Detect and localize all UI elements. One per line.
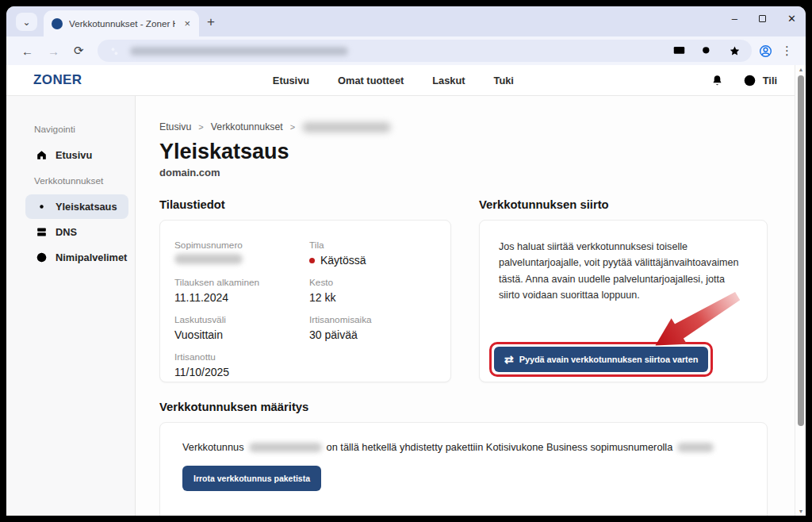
sidebar-group-verkkotunnukset: Verkkotunnukset	[6, 168, 135, 194]
breadcrumb-home[interactable]: Etusivu	[159, 121, 191, 132]
field-laskutusvali: Laskutusväli Vuosittain	[174, 314, 309, 344]
status-value: Käytössä	[309, 254, 435, 267]
sidebar-item-dns[interactable]: DNS	[25, 220, 128, 244]
nav-laskut[interactable]: Laskut	[432, 75, 465, 86]
user-circle-icon	[742, 73, 757, 88]
sidebar-item-label: Etusivu	[56, 149, 92, 161]
bell-icon[interactable]	[710, 73, 725, 88]
zoner-logo[interactable]: ZONER	[33, 72, 82, 88]
field-kesto: Kesto 12 kk	[309, 277, 435, 307]
nav-tuki[interactable]: Tuki	[494, 75, 514, 86]
tab-favicon	[52, 18, 63, 29]
assignment-heading: Verkkotunnuksen määritys	[159, 401, 768, 413]
sidebar-item-yleiskatsaus[interactable]: Yleiskatsaus	[25, 194, 128, 219]
sidebar-item-nimipalvelimet[interactable]: Nimipalvelimet	[25, 245, 128, 270]
sopimusnumero-value-blurred	[174, 254, 243, 264]
globe-icon	[35, 251, 48, 264]
url-blurred-text	[130, 47, 348, 56]
sidebar-item-etusivu[interactable]: Etusivu	[25, 143, 128, 167]
nav-omat-tuotteet[interactable]: Omat tuotteet	[338, 75, 404, 86]
breadcrumb-separator: >	[290, 122, 295, 132]
new-tab-button[interactable]: +	[207, 14, 215, 30]
account-menu[interactable]: Tili	[742, 73, 777, 88]
tab-title: Verkkotunnukset - Zoner Home	[69, 18, 175, 29]
site-header: ZONER Etusivu Omat tuotteet Laskut Tuki	[6, 65, 795, 96]
header-actions: Tili	[710, 73, 777, 88]
breadcrumb-separator: >	[198, 122, 203, 132]
scrollbar-down-arrow[interactable]: ▼	[795, 509, 806, 514]
transfer-heading: Verkkotunnuksen siirto	[479, 198, 768, 211]
field-alkaminen: Tilauksen alkaminen 11.11.2024	[174, 277, 309, 307]
tab-close-icon[interactable]: ×	[182, 17, 193, 29]
page-subtitle: domain.com	[159, 167, 768, 178]
breadcrumb-section[interactable]: Verkkotunnukset	[211, 121, 283, 132]
sidebar: Navigointi Etusivu Verkkotunnukset	[6, 96, 136, 516]
close-button[interactable]: ✕	[787, 13, 796, 24]
tab-search-button[interactable]: ⌄	[16, 13, 37, 31]
zoom-icon[interactable]	[699, 44, 714, 59]
tab-strip: ⌄ Verkkotunnukset - Zoner Home × + – ✕	[6, 6, 806, 36]
request-transfer-key-button[interactable]: ⇄ Pyydä avain verkkotunnuksen siirtoa va…	[494, 347, 708, 372]
reload-button[interactable]: ⟳	[67, 44, 91, 58]
browser-toolbar: ← → ⟳	[6, 36, 806, 65]
transfer-card: Jos haluat siirtää verkkotunnuksesi tois…	[479, 220, 768, 382]
home-icon	[35, 148, 48, 162]
bookmark-star-icon[interactable]	[727, 44, 742, 59]
install-app-icon[interactable]	[672, 44, 687, 59]
maximize-button[interactable]	[759, 13, 766, 24]
swap-arrows-icon: ⇄	[504, 354, 514, 365]
omnibox-actions	[672, 44, 742, 59]
assignment-card: Verkkotunnus on tällä hetkellä yhdistett…	[159, 422, 768, 516]
transfer-description: Jos haluat siirtää verkkotunnuksesi tois…	[499, 239, 748, 304]
sidebar-item-label: Yleiskatsaus	[56, 201, 117, 213]
subscription-card: Sopimusnumero Tila Käytössä Tilauksen al…	[159, 220, 451, 382]
browser-menu-icon[interactable]: ⋮	[773, 44, 798, 58]
scrollbar-thumb[interactable]	[798, 75, 804, 426]
field-tila: Tila Käytössä	[309, 240, 435, 270]
two-column-grid: Tilaustiedot Sopimusnumero Tila Käytössä	[159, 198, 768, 382]
sidebar-item-label: Nimipalvelimet	[56, 251, 127, 263]
maximize-icon	[759, 15, 766, 22]
detach-domain-button[interactable]: Irrota verkkotunnus paketista	[182, 466, 321, 491]
breadcrumb: Etusivu > Verkkotunnukset >	[159, 121, 768, 132]
address-bar[interactable]	[98, 40, 752, 62]
chevron-down-icon: ⌄	[22, 17, 30, 28]
back-button[interactable]: ←	[14, 44, 40, 58]
server-icon	[35, 225, 48, 239]
status-dot	[309, 258, 315, 263]
account-label: Tili	[763, 75, 777, 86]
breadcrumb-domain-blurred	[302, 122, 391, 132]
domain-name-blurred	[249, 443, 322, 452]
subscription-heading: Tilaustiedot	[159, 198, 451, 211]
minimize-button[interactable]: –	[732, 13, 737, 24]
field-sopimusnumero: Sopimusnumero	[174, 240, 309, 270]
browser-window: ⌄ Verkkotunnukset - Zoner Home × + – ✕ ←…	[6, 6, 806, 516]
scrollbar-up-arrow[interactable]: ▲	[795, 67, 806, 72]
page-viewport: ZONER Etusivu Omat tuotteet Laskut Tuki	[6, 65, 806, 516]
site-settings-icon[interactable]	[107, 44, 122, 59]
active-tab[interactable]: Verkkotunnukset - Zoner Home ×	[44, 10, 199, 36]
subscription-section: Tilaustiedot Sopimusnumero Tila Käytössä	[159, 198, 451, 382]
window-controls: – ✕	[732, 13, 796, 24]
sidebar-group-navigointi: Navigointi	[6, 117, 135, 142]
contract-number-blurred	[677, 443, 714, 452]
main-nav: Etusivu Omat tuotteet Laskut Tuki	[273, 75, 514, 86]
page-title: Yleiskatsaus	[159, 140, 768, 164]
annotation-highlight-box: ⇄ Pyydä avain verkkotunnuksen siirtoa va…	[489, 342, 713, 377]
field-irtisanomisaika: Irtisanomisaika 30 päivää	[309, 314, 435, 344]
main-content: Etusivu > Verkkotunnukset > Yleiskatsaus…	[136, 96, 795, 516]
profile-avatar-icon[interactable]	[758, 44, 773, 59]
page-scrollbar[interactable]: ▲ ▼	[795, 65, 806, 516]
gear-icon	[35, 200, 48, 213]
field-irtisanottu: Irtisanottu 11/10/2025	[174, 351, 309, 382]
assignment-text: Verkkotunnus on tällä hetkellä yhdistett…	[182, 441, 745, 453]
sidebar-item-label: DNS	[56, 226, 77, 238]
content-row: Navigointi Etusivu Verkkotunnukset	[6, 96, 795, 516]
transfer-section: Verkkotunnuksen siirto Jos haluat siirtä…	[479, 198, 768, 382]
assignment-section: Verkkotunnuksen määritys Verkkotunnus on…	[159, 401, 768, 516]
nav-etusivu[interactable]: Etusivu	[273, 75, 309, 86]
forward-button[interactable]: →	[40, 44, 67, 58]
